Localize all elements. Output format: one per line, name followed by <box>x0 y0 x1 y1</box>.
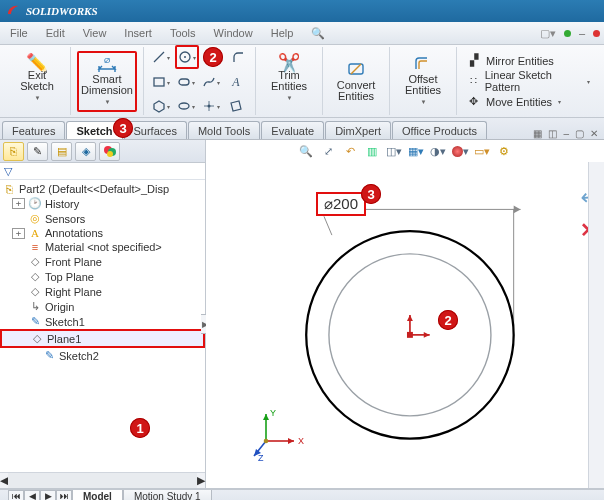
tree-top-plane[interactable]: ◇ Top Plane <box>0 269 205 284</box>
fm-tab-display-manager[interactable] <box>99 142 120 161</box>
fm-tab-feature-tree[interactable]: ⎘ <box>3 142 24 161</box>
chevron-down-icon[interactable]: ▼ <box>420 97 426 108</box>
smart-dimension-label: Smart Dimension <box>81 74 133 96</box>
tree-sketch1[interactable]: ✎ Sketch1 <box>0 314 205 329</box>
svg-point-7 <box>179 103 189 109</box>
cascade-icon[interactable]: ◫ <box>548 128 557 139</box>
menu-edit[interactable]: Edit <box>40 25 71 41</box>
chevron-down-icon[interactable]: ▾ <box>558 98 561 105</box>
tree-front-plane[interactable]: ◇ Front Plane <box>0 254 205 269</box>
line-tool-icon[interactable]: ▾ <box>150 46 172 68</box>
fm-tab-dimxpert[interactable]: ◈ <box>75 142 96 161</box>
plane-tool-icon[interactable] <box>225 95 247 117</box>
menu-view[interactable]: View <box>77 25 113 41</box>
tree-history[interactable]: + 🕑 History <box>0 196 205 211</box>
appearance-icon[interactable]: ▾ <box>451 142 469 160</box>
maximize-icon[interactable]: ▢ <box>575 128 584 139</box>
tree-root[interactable]: ⎘ Part2 (Default<<Default>_Disp <box>0 182 205 196</box>
fm-tab-config-manager[interactable]: ▤ <box>51 142 72 161</box>
fillet-tool-icon[interactable] <box>227 46 249 68</box>
tab-nav-prev-icon[interactable]: ◀ <box>24 490 40 500</box>
section-view-icon[interactable]: ▥ <box>363 142 381 160</box>
dimension-label[interactable]: ⌀200 <box>316 192 366 216</box>
menu-insert[interactable]: Insert <box>118 25 158 41</box>
tab-nav-first-icon[interactable]: ⏮ <box>8 490 24 500</box>
menu-help[interactable]: Help <box>265 25 300 41</box>
tree-right-plane[interactable]: ◇ Right Plane <box>0 284 205 299</box>
hide-show-icon[interactable]: ◑▾ <box>429 142 447 160</box>
bottom-tab-motion[interactable]: Motion Study 1 <box>123 490 212 500</box>
fm-tab-property-manager[interactable]: ✎ <box>27 142 48 161</box>
tree-plane1[interactable]: ◇ Plane1 <box>0 329 205 348</box>
tree-material[interactable]: ≡ Material <not specified> <box>0 240 205 254</box>
tree-origin[interactable]: ↳ Origin <box>0 299 205 314</box>
tab-evaluate[interactable]: Evaluate <box>261 121 324 139</box>
tab-surfaces[interactable]: Surfaces <box>124 121 187 139</box>
graphics-viewport[interactable]: 🔍 ⤢ ↶ ▥ ◫▾ ▦▾ ◑▾ ▾ ▭▾ ⚙ <box>206 140 604 488</box>
viewport-vscroll[interactable] <box>588 162 604 488</box>
text-tool-icon[interactable]: A <box>225 71 247 93</box>
exit-sketch-button[interactable]: ✏️ Exit Sketch ▼ <box>10 55 64 107</box>
view-orient-icon[interactable]: ◫▾ <box>385 142 403 160</box>
tab-nav-last-icon[interactable]: ⏭ <box>56 490 72 500</box>
fm-filter[interactable]: ▽ <box>0 163 205 180</box>
expand-icon[interactable]: + <box>12 228 25 239</box>
move-entities-button[interactable]: ✥ Move Entities ▾ <box>463 94 594 109</box>
minimize-icon[interactable]: – <box>563 128 569 139</box>
menu-tools[interactable]: Tools <box>164 25 202 41</box>
svg-rect-4 <box>154 78 164 86</box>
ellipse-tool-icon[interactable]: ▾ <box>175 95 197 117</box>
linear-pattern-button[interactable]: ∷ Linear Sketch Pattern ▾ <box>463 68 594 94</box>
svg-text:Z: Z <box>258 453 264 461</box>
tab-dimxpert[interactable]: DimXpert <box>325 121 391 139</box>
zoom-area-icon[interactable]: ⤢ <box>319 142 337 160</box>
scroll-left-icon[interactable]: ◀ <box>0 474 8 487</box>
offset-label: Offset Entities <box>405 74 441 96</box>
tree-sensors[interactable]: ◎ Sensors <box>0 211 205 226</box>
slot-tool-icon[interactable]: ▾ <box>175 71 197 93</box>
tab-office-products[interactable]: Office Products <box>392 121 487 139</box>
point-tool-icon[interactable]: ▾ <box>200 95 222 117</box>
tree-sketch2[interactable]: ✎ Sketch2 <box>0 348 205 363</box>
zoom-fit-icon[interactable]: 🔍 <box>297 142 315 160</box>
svg-text:Ø: Ø <box>104 56 110 65</box>
chevron-down-icon[interactable]: ▼ <box>105 97 111 108</box>
convert-entities-button[interactable]: Convert Entities <box>329 58 383 105</box>
spline-tool-icon[interactable]: ▾ <box>200 71 222 93</box>
scene-icon[interactable]: ▭▾ <box>473 142 491 160</box>
smart-dimension-button[interactable]: Ø Smart Dimension ▼ <box>77 51 137 112</box>
tile-icon[interactable]: ▦ <box>533 128 542 139</box>
fm-hscroll[interactable]: ◀ ▶ <box>0 472 205 488</box>
plane-icon: ◇ <box>28 270 42 283</box>
pattern-label: Linear Sketch Pattern <box>485 69 581 93</box>
app-title: SOLIDWORKS <box>26 5 98 17</box>
view-settings-icon[interactable]: ⚙ <box>495 142 513 160</box>
circle-tool-icon[interactable]: ▾ <box>175 45 199 69</box>
display-style-icon[interactable]: ▦▾ <box>407 142 425 160</box>
offset-entities-button[interactable]: Offset Entities ▼ <box>396 52 450 111</box>
menu-window[interactable]: Window <box>208 25 259 41</box>
tab-nav-next-icon[interactable]: ▶ <box>40 490 56 500</box>
sketch-canvas[interactable]: ⌀200 3 2 ↩ ✕ X Y Z <box>206 162 604 488</box>
prev-view-icon[interactable]: ↶ <box>341 142 359 160</box>
polygon-tool-icon[interactable]: ▾ <box>150 95 172 117</box>
new-doc-icon[interactable]: ▢▾ <box>540 27 556 40</box>
mirror-entities-button[interactable]: ▞ Mirror Entities <box>463 53 594 68</box>
chevron-down-icon[interactable]: ▾ <box>587 78 590 85</box>
rectangle-tool-icon[interactable]: ▾ <box>150 71 172 93</box>
sketch-icon: ✎ <box>28 315 42 328</box>
scroll-right-icon[interactable]: ▶ <box>197 474 205 487</box>
tab-mold-tools[interactable]: Mold Tools <box>188 121 260 139</box>
menu-file[interactable]: File <box>4 25 34 41</box>
search-icon[interactable]: 🔍 <box>305 25 331 42</box>
bottom-tab-model[interactable]: Model <box>72 490 123 500</box>
origin-icon: ↳ <box>28 300 42 313</box>
close-icon[interactable]: ✕ <box>590 128 598 139</box>
trim-entities-button[interactable]: ✂️ Trim Entities ▼ <box>262 55 316 107</box>
svg-marker-22 <box>424 332 430 338</box>
tree-annotations[interactable]: + A Annotations <box>0 226 205 240</box>
tab-features[interactable]: Features <box>2 121 65 139</box>
expand-icon[interactable]: + <box>12 198 25 209</box>
chevron-down-icon[interactable]: ▼ <box>286 93 292 104</box>
chevron-down-icon[interactable]: ▼ <box>35 93 41 104</box>
